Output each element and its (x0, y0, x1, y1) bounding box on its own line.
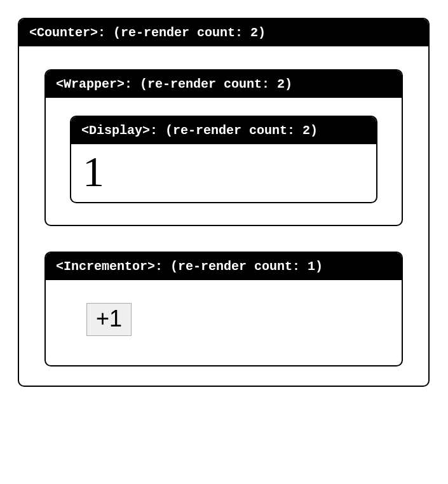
counter-body: <Wrapper>: (re-render count: 2) <Display… (19, 46, 428, 386)
wrapper-panel: <Wrapper>: (re-render count: 2) <Display… (44, 69, 403, 226)
incrementor-panel: <Incrementor>: (re-render count: 1) +1 (44, 252, 403, 366)
display-value: 1 (83, 149, 365, 194)
wrapper-body: <Display>: (re-render count: 2) 1 (46, 98, 402, 225)
wrapper-header: <Wrapper>: (re-render count: 2) (46, 71, 402, 98)
display-body: 1 (71, 144, 376, 202)
incrementor-body: +1 (46, 280, 402, 365)
incrementor-header: <Incrementor>: (re-render count: 1) (46, 253, 402, 280)
increment-button[interactable]: +1 (86, 303, 132, 336)
display-header: <Display>: (re-render count: 2) (71, 117, 376, 144)
display-panel: <Display>: (re-render count: 2) 1 (70, 116, 377, 203)
counter-panel: <Counter>: (re-render count: 2) <Wrapper… (18, 18, 430, 387)
counter-header: <Counter>: (re-render count: 2) (19, 19, 428, 46)
